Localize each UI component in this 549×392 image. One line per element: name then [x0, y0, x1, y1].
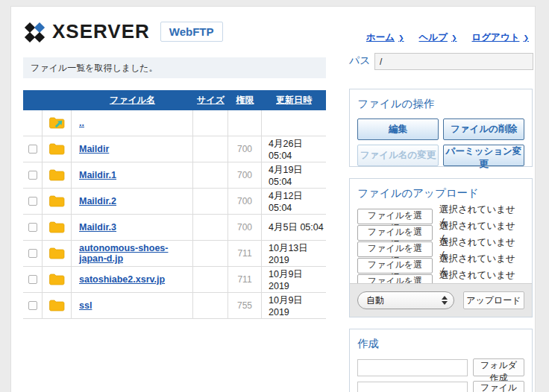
file-table: ファイル名 サイズ 権限 更新日時 ..	[23, 90, 326, 319]
webftp-badge: WebFTP	[160, 22, 223, 42]
create-file-row: ファイル作成	[357, 381, 524, 392]
sort-size-link[interactable]: サイズ	[193, 94, 228, 107]
delete-file-button[interactable]: ファイルの削除	[443, 118, 524, 140]
folder-icon	[43, 189, 72, 214]
file-link[interactable]: ssl	[79, 300, 92, 311]
row-checkbox[interactable]	[28, 301, 37, 310]
file-row: autonomous-shoes-japan-d.jp 711 10月13日 2…	[23, 241, 326, 267]
folder-name-input[interactable]	[357, 359, 468, 376]
row-checkbox[interactable]	[28, 249, 37, 258]
upload-panel: ファイルのアップロード ファイルを選択 選択されていません ファイルを選択 選択…	[349, 178, 533, 317]
file-row: Maildir 700 4月26日 05:04	[23, 136, 326, 162]
row-checkbox[interactable]	[28, 145, 37, 154]
upload-button[interactable]: アップロード	[463, 291, 524, 309]
file-row: Maildir.1 700 4月19日 05:04	[23, 162, 326, 189]
file-link[interactable]: ..	[79, 118, 84, 128]
parent-folder-icon	[43, 110, 72, 136]
main-card: XSERVER WebFTP ホーム❯ ヘルプ❯ ログアウト❯ ファイル一覧を取…	[10, 6, 536, 392]
create-folder-row: フォルダ作成	[357, 358, 524, 376]
file-row: Maildir.2 700 4月12日 05:04	[23, 189, 326, 215]
file-operations-panel: ファイルの操作 編集 ファイルの削除 ファイル名の変更 パーミッション変更	[349, 89, 533, 167]
upload-action-bar: 自動 アップロード	[350, 283, 532, 317]
sort-perm-link[interactable]: 権限	[228, 94, 262, 107]
chevron-right-icon: ❯	[523, 34, 529, 42]
select-spinner-icon	[442, 296, 448, 305]
chevron-right-icon: ❯	[398, 34, 404, 42]
logo: XSERVER WebFTP	[25, 20, 223, 43]
choose-file-button[interactable]: ファイルを選択	[357, 209, 433, 224]
chevron-right-icon: ❯	[451, 34, 457, 42]
folder-icon	[43, 136, 72, 162]
edit-button[interactable]: 編集	[357, 118, 439, 140]
folder-icon	[43, 267, 72, 292]
create-panel: 作成 フォルダ作成 ファイル作成	[349, 329, 533, 392]
choose-file-button[interactable]: ファイルを選択	[357, 241, 433, 257]
file-link[interactable]: Maildir.2	[79, 196, 116, 206]
sort-filename-link[interactable]: ファイル名	[72, 94, 193, 107]
choose-file-button[interactable]: ファイルを選択	[357, 258, 433, 274]
row-checkbox[interactable]	[28, 275, 37, 284]
logo-text: XSERVER	[52, 20, 150, 43]
folder-icon	[43, 162, 72, 188]
create-folder-button[interactable]: フォルダ作成	[473, 358, 524, 376]
nav-help-link[interactable]: ヘルプ❯	[419, 31, 457, 44]
row-checkbox[interactable]	[28, 223, 37, 232]
row-checkbox[interactable]	[28, 171, 37, 180]
create-file-button[interactable]: ファイル作成	[473, 381, 524, 392]
path-label: パス	[349, 54, 371, 68]
file-row: ssl 755 10月9日 2019	[23, 293, 326, 319]
file-row: satoshiabe2.xsrv.jp 711 10月9日 2019	[23, 267, 326, 293]
panel-title: ファイルのアップロード	[357, 186, 524, 200]
panel-title: ファイルの操作	[357, 97, 524, 111]
row-checkbox[interactable]	[28, 197, 37, 206]
folder-icon	[43, 293, 72, 318]
folder-icon	[43, 241, 72, 266]
path-input[interactable]	[374, 53, 533, 70]
xserver-diamonds-icon	[25, 22, 46, 42]
status-message: ファイル一覧を取得しました。	[23, 57, 326, 78]
file-link[interactable]: autonomous-shoes-japan-d.jp	[79, 243, 192, 264]
top-nav: ホーム❯ ヘルプ❯ ログアウト❯	[366, 31, 529, 44]
nav-logout-link[interactable]: ログアウト❯	[471, 31, 529, 44]
file-link[interactable]: satoshiabe2.xsrv.jp	[79, 274, 165, 285]
file-link[interactable]: Maildir.3	[79, 222, 116, 233]
file-row-parent: ..	[23, 110, 326, 136]
sort-modified-link[interactable]: 更新日時	[262, 94, 326, 107]
choose-file-button[interactable]: ファイルを選択	[357, 225, 433, 241]
file-name-input[interactable]	[357, 382, 468, 392]
panel-title: 作成	[357, 337, 524, 351]
file-link[interactable]: Maildir.1	[79, 170, 116, 180]
rename-file-button[interactable]: ファイル名の変更	[357, 145, 439, 166]
folder-icon	[43, 215, 72, 240]
table-header: ファイル名 サイズ 権限 更新日時	[23, 90, 326, 110]
change-permission-button[interactable]: パーミッション変更	[443, 145, 524, 166]
upload-mode-select[interactable]: 自動	[357, 291, 454, 309]
file-link[interactable]: Maildir	[79, 144, 109, 154]
nav-home-link[interactable]: ホーム❯	[366, 31, 404, 44]
file-row: Maildir.3 700 4月5日 05:04	[23, 215, 326, 241]
